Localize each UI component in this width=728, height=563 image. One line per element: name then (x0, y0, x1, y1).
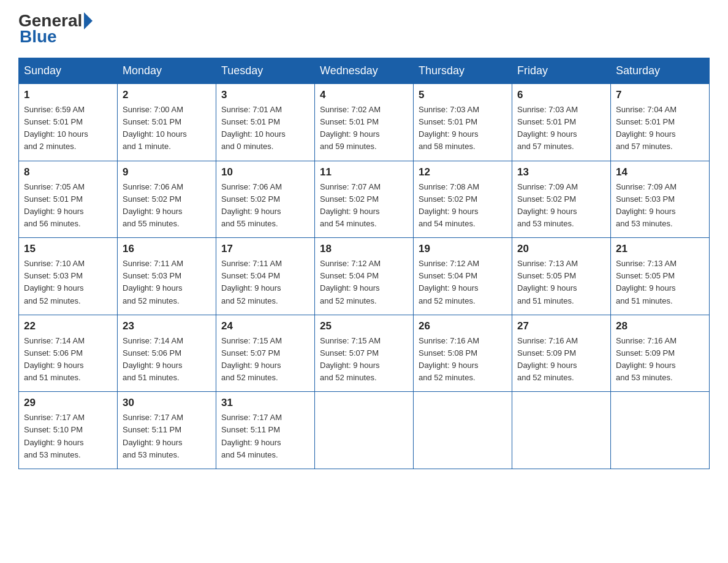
weekday-header-thursday: Thursday (414, 58, 512, 84)
day-number: 13 (517, 166, 605, 178)
calendar-cell: 17Sunrise: 7:11 AM Sunset: 5:04 PM Dayli… (216, 238, 315, 315)
calendar-body: 1Sunrise: 6:59 AM Sunset: 5:01 PM Daylig… (19, 84, 710, 469)
day-info: Sunrise: 7:12 AM Sunset: 5:04 PM Dayligh… (320, 258, 408, 307)
day-number: 29 (24, 397, 112, 409)
day-number: 15 (24, 243, 112, 255)
calendar-cell: 11Sunrise: 7:07 AM Sunset: 5:02 PM Dayli… (315, 161, 414, 238)
calendar-cell (414, 392, 512, 469)
day-number: 9 (123, 166, 211, 178)
calendar-cell: 15Sunrise: 7:10 AM Sunset: 5:03 PM Dayli… (19, 238, 118, 315)
logo: General Blue (18, 12, 94, 47)
day-info: Sunrise: 7:01 AM Sunset: 5:01 PM Dayligh… (221, 104, 309, 153)
logo-arrow-icon (84, 12, 93, 29)
day-number: 18 (320, 243, 408, 255)
calendar-week-row: 15Sunrise: 7:10 AM Sunset: 5:03 PM Dayli… (19, 238, 710, 315)
day-info: Sunrise: 7:17 AM Sunset: 5:11 PM Dayligh… (123, 412, 211, 461)
day-info: Sunrise: 7:06 AM Sunset: 5:02 PM Dayligh… (221, 181, 309, 231)
day-info: Sunrise: 7:15 AM Sunset: 5:07 PM Dayligh… (221, 335, 309, 385)
day-info: Sunrise: 7:08 AM Sunset: 5:02 PM Dayligh… (419, 181, 507, 231)
day-info: Sunrise: 7:02 AM Sunset: 5:01 PM Dayligh… (320, 104, 408, 153)
day-info: Sunrise: 7:13 AM Sunset: 5:05 PM Dayligh… (616, 258, 704, 307)
day-number: 1 (24, 89, 112, 101)
day-info: Sunrise: 7:11 AM Sunset: 5:04 PM Dayligh… (221, 258, 309, 307)
calendar-cell: 21Sunrise: 7:13 AM Sunset: 5:05 PM Dayli… (611, 238, 710, 315)
day-info: Sunrise: 7:17 AM Sunset: 5:11 PM Dayligh… (221, 412, 309, 461)
calendar-cell: 26Sunrise: 7:16 AM Sunset: 5:08 PM Dayli… (414, 315, 512, 392)
day-number: 14 (616, 166, 704, 178)
calendar-cell: 6Sunrise: 7:03 AM Sunset: 5:01 PM Daylig… (512, 84, 611, 161)
weekday-header-row: SundayMondayTuesdayWednesdayThursdayFrid… (19, 58, 710, 84)
day-info: Sunrise: 7:04 AM Sunset: 5:01 PM Dayligh… (616, 104, 704, 153)
calendar-cell: 5Sunrise: 7:03 AM Sunset: 5:01 PM Daylig… (414, 84, 512, 161)
day-info: Sunrise: 7:09 AM Sunset: 5:03 PM Dayligh… (616, 181, 704, 231)
day-info: Sunrise: 7:03 AM Sunset: 5:01 PM Dayligh… (419, 104, 507, 153)
day-info: Sunrise: 7:07 AM Sunset: 5:02 PM Dayligh… (320, 181, 408, 231)
weekday-header-sunday: Sunday (19, 58, 118, 84)
calendar-cell: 8Sunrise: 7:05 AM Sunset: 5:01 PM Daylig… (19, 161, 118, 238)
day-info: Sunrise: 7:11 AM Sunset: 5:03 PM Dayligh… (123, 258, 211, 307)
calendar-week-row: 8Sunrise: 7:05 AM Sunset: 5:01 PM Daylig… (19, 161, 710, 238)
day-info: Sunrise: 6:59 AM Sunset: 5:01 PM Dayligh… (24, 104, 112, 153)
calendar-week-row: 22Sunrise: 7:14 AM Sunset: 5:06 PM Dayli… (19, 315, 710, 392)
day-info: Sunrise: 7:06 AM Sunset: 5:02 PM Dayligh… (123, 181, 211, 231)
calendar-cell: 22Sunrise: 7:14 AM Sunset: 5:06 PM Dayli… (19, 315, 118, 392)
day-number: 30 (123, 397, 211, 409)
day-info: Sunrise: 7:16 AM Sunset: 5:09 PM Dayligh… (517, 335, 605, 385)
calendar-cell (512, 392, 611, 469)
day-number: 31 (221, 397, 309, 409)
calendar-cell: 7Sunrise: 7:04 AM Sunset: 5:01 PM Daylig… (611, 84, 710, 161)
calendar-cell: 14Sunrise: 7:09 AM Sunset: 5:03 PM Dayli… (611, 161, 710, 238)
day-number: 21 (616, 243, 704, 255)
weekday-header-saturday: Saturday (611, 58, 710, 84)
weekday-header-wednesday: Wednesday (315, 58, 414, 84)
day-number: 8 (24, 166, 112, 178)
day-info: Sunrise: 7:03 AM Sunset: 5:01 PM Dayligh… (517, 104, 605, 153)
calendar-cell: 18Sunrise: 7:12 AM Sunset: 5:04 PM Dayli… (315, 238, 414, 315)
day-info: Sunrise: 7:10 AM Sunset: 5:03 PM Dayligh… (24, 258, 112, 307)
day-number: 17 (221, 243, 309, 255)
page-header: General Blue (18, 12, 710, 47)
day-number: 25 (320, 320, 408, 332)
day-number: 7 (616, 89, 704, 101)
day-number: 12 (419, 166, 507, 178)
calendar-cell: 27Sunrise: 7:16 AM Sunset: 5:09 PM Dayli… (512, 315, 611, 392)
calendar-cell: 3Sunrise: 7:01 AM Sunset: 5:01 PM Daylig… (216, 84, 315, 161)
calendar-cell (611, 392, 710, 469)
calendar-cell: 19Sunrise: 7:12 AM Sunset: 5:04 PM Dayli… (414, 238, 512, 315)
calendar-week-row: 29Sunrise: 7:17 AM Sunset: 5:10 PM Dayli… (19, 392, 710, 469)
day-info: Sunrise: 7:00 AM Sunset: 5:01 PM Dayligh… (123, 104, 211, 153)
day-number: 22 (24, 320, 112, 332)
day-info: Sunrise: 7:14 AM Sunset: 5:06 PM Dayligh… (123, 335, 211, 385)
calendar-cell: 13Sunrise: 7:09 AM Sunset: 5:02 PM Dayli… (512, 161, 611, 238)
day-info: Sunrise: 7:16 AM Sunset: 5:09 PM Dayligh… (616, 335, 704, 385)
day-info: Sunrise: 7:09 AM Sunset: 5:02 PM Dayligh… (517, 181, 605, 231)
calendar-cell: 28Sunrise: 7:16 AM Sunset: 5:09 PM Dayli… (611, 315, 710, 392)
calendar-week-row: 1Sunrise: 6:59 AM Sunset: 5:01 PM Daylig… (19, 84, 710, 161)
day-number: 5 (419, 89, 507, 101)
calendar-cell: 23Sunrise: 7:14 AM Sunset: 5:06 PM Dayli… (118, 315, 216, 392)
day-number: 24 (221, 320, 309, 332)
calendar-header: SundayMondayTuesdayWednesdayThursdayFrid… (19, 58, 710, 84)
day-number: 11 (320, 166, 408, 178)
day-info: Sunrise: 7:16 AM Sunset: 5:08 PM Dayligh… (419, 335, 507, 385)
calendar-cell: 10Sunrise: 7:06 AM Sunset: 5:02 PM Dayli… (216, 161, 315, 238)
calendar-cell: 25Sunrise: 7:15 AM Sunset: 5:07 PM Dayli… (315, 315, 414, 392)
calendar-cell: 29Sunrise: 7:17 AM Sunset: 5:10 PM Dayli… (19, 392, 118, 469)
day-number: 6 (517, 89, 605, 101)
day-number: 3 (221, 89, 309, 101)
logo-blue-text: Blue (20, 27, 57, 47)
day-info: Sunrise: 7:14 AM Sunset: 5:06 PM Dayligh… (24, 335, 112, 385)
calendar-cell: 30Sunrise: 7:17 AM Sunset: 5:11 PM Dayli… (118, 392, 216, 469)
calendar-cell: 24Sunrise: 7:15 AM Sunset: 5:07 PM Dayli… (216, 315, 315, 392)
day-number: 19 (419, 243, 507, 255)
calendar-cell: 1Sunrise: 6:59 AM Sunset: 5:01 PM Daylig… (19, 84, 118, 161)
day-info: Sunrise: 7:05 AM Sunset: 5:01 PM Dayligh… (24, 181, 112, 231)
day-number: 28 (616, 320, 704, 332)
calendar-cell: 9Sunrise: 7:06 AM Sunset: 5:02 PM Daylig… (118, 161, 216, 238)
day-number: 20 (517, 243, 605, 255)
day-number: 27 (517, 320, 605, 332)
calendar-cell: 31Sunrise: 7:17 AM Sunset: 5:11 PM Dayli… (216, 392, 315, 469)
day-info: Sunrise: 7:15 AM Sunset: 5:07 PM Dayligh… (320, 335, 408, 385)
day-info: Sunrise: 7:12 AM Sunset: 5:04 PM Dayligh… (419, 258, 507, 307)
weekday-header-tuesday: Tuesday (216, 58, 315, 84)
